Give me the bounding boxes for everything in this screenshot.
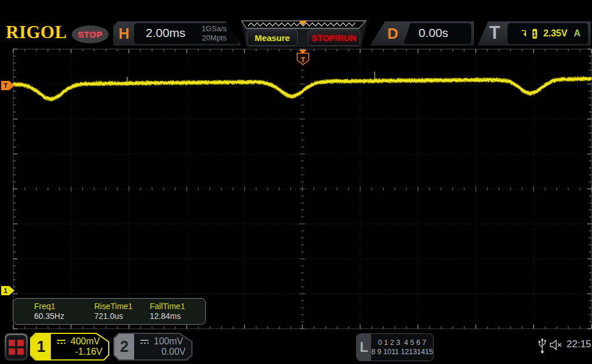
trigger-sweep-mode: A xyxy=(574,28,588,39)
measurement-item: FallTime1 12.84ms xyxy=(150,299,205,324)
scope-display-area[interactable]: T1T Freq1 60.35Hz RiseTime1 721.0us Fall… xyxy=(0,49,592,329)
measure-button[interactable]: Measure xyxy=(247,29,298,46)
channel-1-scale: 400mV xyxy=(71,336,100,347)
channel-2-number: 2 xyxy=(114,334,134,359)
delay-settings-block[interactable]: D 0.00s xyxy=(370,21,474,46)
status-bar: MSO5102Thu March 19 22:16:48 2026 xyxy=(0,0,592,17)
marker-layer[interactable]: T1T xyxy=(1,50,309,295)
measurement-item: Freq1 60.35Hz xyxy=(34,299,94,324)
logic-row-1: 0 1 2 3 4 5 6 7 xyxy=(371,338,433,347)
logic-channel-numbers: 0 1 2 3 4 5 6 7 8 9 1011 12131415 xyxy=(371,334,433,361)
measurement-label: FallTime1 xyxy=(150,302,205,311)
memory-depth: 20Mpts xyxy=(202,34,227,43)
delay-value: 0.00s xyxy=(419,26,448,40)
run-state-badge: STOP xyxy=(72,25,109,43)
bottom-bar: 1 400mV -1.16V 2 xyxy=(0,329,592,364)
channel-2-block[interactable]: 2 100mV 0.00V xyxy=(113,333,193,361)
horizontal-label: H xyxy=(119,25,130,43)
channel-1-number: 1 xyxy=(31,334,51,359)
rigol-logo: RIGOL xyxy=(6,22,67,43)
delay-inner-panel: 0.00s xyxy=(404,23,471,44)
svg-text:1: 1 xyxy=(3,287,7,294)
logic-channels-block[interactable]: L 0 1 2 3 4 5 6 7 8 9 1011 12131415 xyxy=(356,333,434,361)
trigger-label: T xyxy=(489,23,500,43)
memory-position-bar[interactable] xyxy=(241,20,367,29)
menu-button[interactable] xyxy=(5,333,28,361)
sound-muted-icon xyxy=(550,339,564,351)
usb-icon xyxy=(538,337,547,354)
channel1-ground-marker[interactable]: 1 xyxy=(1,286,14,295)
trigger-source-badge: 1 xyxy=(532,29,537,39)
measurement-value: 60.35Hz xyxy=(34,311,94,321)
clock-time: 22:15 xyxy=(567,339,591,350)
logic-row-2: 8 9 1011 12131415 xyxy=(371,347,433,356)
horizontal-settings-block[interactable]: H 2.00ms 1GSa/s 20Mpts xyxy=(113,21,242,46)
trigger-settings-block[interactable]: T 1 2.35V A xyxy=(478,21,591,46)
trigger-position-marker[interactable]: T xyxy=(297,50,309,65)
measurements-panel[interactable]: Freq1 60.35Hz RiseTime1 721.0us FallTime… xyxy=(13,298,206,325)
dc-coupling-icon xyxy=(57,339,67,345)
horizontal-inner-panel: 2.00ms 1GSa/s 20Mpts xyxy=(134,23,239,44)
measurement-value: 12.84ms xyxy=(150,311,205,321)
dc-coupling-icon xyxy=(140,339,150,345)
channel-2-offset: 0.00V xyxy=(140,347,187,357)
measurement-label: Freq1 xyxy=(34,302,94,311)
sample-rate: 1GSa/s xyxy=(202,24,227,34)
logic-label: L xyxy=(357,334,371,361)
channel-1-offset: -1.16V xyxy=(57,347,103,357)
oscilloscope-screen: MSO5102Thu March 19 22:16:48 2026 RIGOL … xyxy=(0,0,592,364)
trigger-level-value: 2.35V xyxy=(543,28,568,39)
measurement-label: RiseTime1 xyxy=(94,302,150,311)
trigger-level-marker[interactable]: T xyxy=(1,81,14,90)
falling-edge-trigger-icon xyxy=(520,29,526,38)
measurement-item: RiseTime1 721.0us xyxy=(94,299,150,324)
channel-2-scale: 100mV xyxy=(154,336,183,347)
svg-text:T: T xyxy=(301,55,305,64)
app-grid-icon xyxy=(6,335,26,359)
acquisition-info: 1GSa/s 20Mpts xyxy=(202,24,227,43)
channel-1-block[interactable]: 1 400mV -1.16V xyxy=(30,333,109,361)
stop-run-button[interactable]: STOP/RUN xyxy=(308,29,360,46)
header-bar: RIGOL STOP H 2.00ms 1GSa/s 20Mpts Measur… xyxy=(0,17,592,49)
measurement-value: 721.0us xyxy=(94,311,150,321)
timebase-value: 2.00ms xyxy=(146,26,186,40)
delay-label: D xyxy=(387,25,398,43)
svg-text:T: T xyxy=(3,82,8,89)
trigger-inner-panel: 1 2.35V A xyxy=(508,23,588,44)
waveform-display[interactable]: T1T xyxy=(0,49,592,329)
